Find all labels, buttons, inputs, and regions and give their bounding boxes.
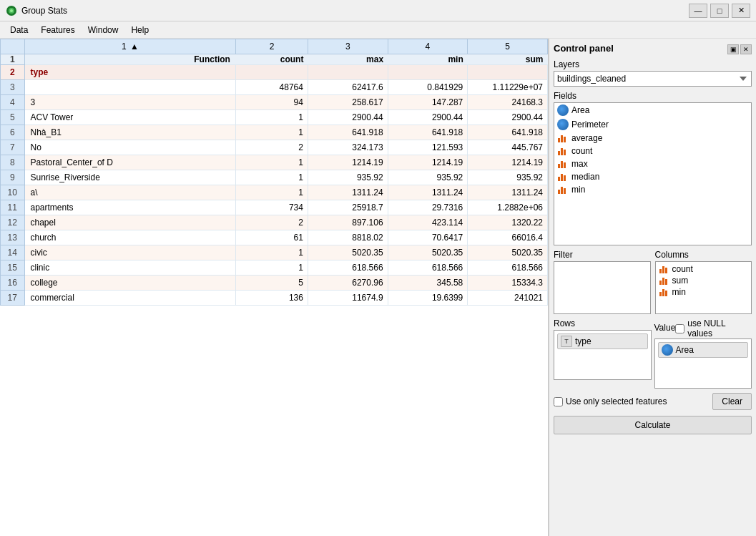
- minimize-button[interactable]: —: [689, 4, 707, 18]
- subheader-sum: sum: [468, 54, 548, 65]
- row-number: 15: [1, 260, 25, 276]
- cell-min: 147.287: [388, 95, 468, 110]
- fields-list[interactable]: AreaPerimeteraveragecountmaxmedianmin: [554, 102, 752, 245]
- row-label: [24, 80, 236, 95]
- subheader-row-num: 1: [1, 54, 25, 65]
- table-row: 13church618818.0270.641766016.4: [1, 230, 548, 245]
- close-button[interactable]: ✕: [732, 4, 750, 18]
- cell-min: 70.6417: [388, 230, 468, 245]
- row-number: 10: [1, 185, 25, 200]
- table-row: 10a\11311.241311.241311.24: [1, 185, 548, 200]
- use-null-checkbox[interactable]: [675, 324, 684, 333]
- column-item-sum[interactable]: sum: [657, 275, 750, 286]
- row-label: civic: [24, 245, 236, 260]
- row-label: Nhà_B1: [24, 125, 236, 140]
- cell-min: 641.918: [388, 125, 468, 140]
- rows-drop-area[interactable]: Ttype: [554, 330, 652, 380]
- panel-close-icon[interactable]: ✕: [740, 44, 752, 54]
- cell-count: 1: [236, 170, 308, 185]
- field-label: min: [571, 185, 585, 195]
- layer-select[interactable]: buildings_cleaned: [554, 71, 752, 87]
- field-item-perimeter[interactable]: Perimeter: [554, 117, 751, 132]
- row-label: ACV Tower: [24, 110, 236, 125]
- bottom-buttons: Use only selected features Clear: [554, 393, 752, 410]
- table-row: 5ACV Tower12900.442900.442900.44: [1, 110, 548, 125]
- cell-count: 2: [236, 215, 308, 230]
- calculate-button[interactable]: Calculate: [554, 416, 752, 434]
- qgis-icon: [6, 5, 17, 16]
- use-only-selected-checkbox[interactable]: [554, 397, 563, 406]
- menu-bar: Data Features Window Help: [0, 21, 756, 39]
- cell-min: 5020.35: [388, 245, 468, 260]
- bars-icon: [557, 159, 569, 169]
- cell-max: 1311.24: [308, 185, 388, 200]
- col4-header[interactable]: 4: [388, 39, 468, 54]
- cell-max: [308, 65, 388, 80]
- row-number: 13: [1, 230, 25, 245]
- value-drop-area[interactable]: Area: [654, 338, 752, 389]
- cell-sum: 618.566: [468, 260, 548, 276]
- menu-window[interactable]: Window: [82, 24, 124, 36]
- column-item-count[interactable]: count: [657, 263, 750, 275]
- sort-arrow-icon: ▲: [130, 42, 139, 52]
- cell-count: 1: [236, 245, 308, 260]
- value-item-Area[interactable]: Area: [658, 342, 749, 358]
- row-label: apartments: [24, 200, 236, 215]
- col1-header[interactable]: 1 ▲: [24, 39, 236, 54]
- cell-max: 618.566: [308, 260, 388, 276]
- field-label: Area: [571, 105, 589, 115]
- row-number: 7: [1, 140, 25, 155]
- column-item-min[interactable]: min: [657, 286, 750, 298]
- row-label: No: [24, 140, 236, 155]
- cell-max: 8818.02: [308, 230, 388, 245]
- bars-icon: [557, 146, 569, 156]
- cell-max: 258.617: [308, 95, 388, 110]
- panel-restore-icon[interactable]: ▣: [727, 44, 739, 54]
- cell-min: [388, 65, 468, 80]
- title-bar: Group Stats — □ ✕: [0, 0, 756, 21]
- clear-button[interactable]: Clear: [712, 393, 752, 410]
- cell-sum: 66016.4: [468, 230, 548, 245]
- rows-section-label: Rows: [554, 318, 652, 328]
- cell-sum: 2900.44: [468, 110, 548, 125]
- table-scroll[interactable]: 1 ▲ 2 3 4 5 1 Function count max min sum: [0, 39, 548, 536]
- row-number: 12: [1, 215, 25, 230]
- cell-max: 5020.35: [308, 245, 388, 260]
- cell-max: 897.106: [308, 215, 388, 230]
- cell-sum: 1214.19: [468, 155, 548, 170]
- field-item-count[interactable]: count: [554, 145, 751, 157]
- filter-drop-area[interactable]: [554, 261, 651, 314]
- menu-data[interactable]: Data: [4, 24, 34, 36]
- table-row: 9Sunrise_Riverside1935.92935.92935.92: [1, 170, 548, 185]
- cell-count: 1: [236, 185, 308, 200]
- col2-header[interactable]: 2: [236, 39, 308, 54]
- field-item-median[interactable]: median: [554, 170, 751, 183]
- field-item-area[interactable]: Area: [554, 103, 751, 117]
- field-label: median: [571, 172, 599, 182]
- cell-max: 62417.6: [308, 80, 388, 95]
- table-row: 7No2324.173121.593445.767: [1, 140, 548, 155]
- cell-max: 2900.44: [308, 110, 388, 125]
- cell-max: 641.918: [308, 125, 388, 140]
- rows-item-type[interactable]: Ttype: [557, 333, 648, 349]
- table-row: 15clinic1618.566618.566618.566: [1, 260, 548, 276]
- cell-min: 618.566: [388, 260, 468, 276]
- cell-sum: 5020.35: [468, 245, 548, 260]
- cell-max: 324.173: [308, 140, 388, 155]
- cell-count: 1: [236, 260, 308, 276]
- bars-icon: [557, 172, 569, 182]
- cell-min: 19.6399: [388, 291, 468, 306]
- cell-min: 1214.19: [388, 155, 468, 170]
- col5-header[interactable]: 5: [468, 39, 548, 54]
- columns-drop-area[interactable]: countsummin: [655, 261, 752, 314]
- menu-help[interactable]: Help: [125, 24, 154, 36]
- maximize-button[interactable]: □: [710, 4, 729, 18]
- table-row: 12chapel2897.106423.1141320.22: [1, 215, 548, 230]
- col3-header[interactable]: 3: [308, 39, 388, 54]
- field-item-average[interactable]: average: [554, 132, 751, 145]
- menu-features[interactable]: Features: [35, 24, 80, 36]
- cell-count: 1: [236, 125, 308, 140]
- row-number: 11: [1, 200, 25, 215]
- field-item-max[interactable]: max: [554, 157, 751, 170]
- field-item-min[interactable]: min: [554, 183, 751, 196]
